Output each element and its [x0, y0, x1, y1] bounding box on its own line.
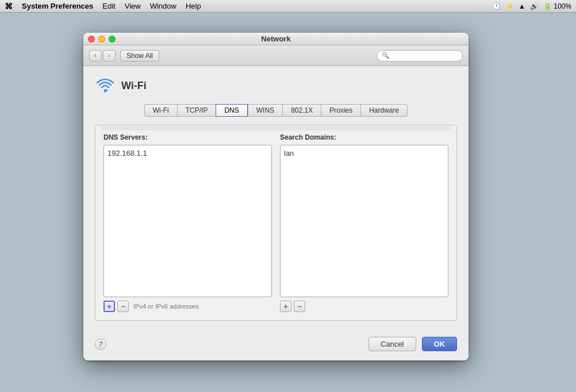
menu-edit[interactable]: Edit	[102, 2, 115, 10]
forward-button[interactable]: ›	[103, 50, 116, 62]
back-button[interactable]: ‹	[89, 50, 102, 62]
titlebar: Network	[83, 33, 469, 45]
footer-buttons: Cancel OK	[368, 337, 457, 351]
search-domains-controls: + −	[280, 301, 448, 312]
battery-status: 🔋 100%	[543, 2, 571, 10]
network-window: Network ‹ › Show All 🔍	[83, 33, 469, 360]
dns-server-entry[interactable]: 192.168.1.1	[107, 148, 268, 159]
app-name[interactable]: System Preferences	[22, 2, 93, 10]
help-button[interactable]: ?	[95, 339, 106, 350]
wifi-header: Wi-Fi	[95, 75, 457, 96]
wifi-label: Wi-Fi	[121, 80, 147, 92]
menubar: ⌘ System Preferences Edit View Window He…	[0, 0, 576, 13]
nav-buttons: ‹ ›	[89, 50, 116, 62]
cancel-button[interactable]: Cancel	[368, 337, 416, 351]
toolbar: ‹ › Show All 🔍	[83, 45, 469, 66]
content-area: Wi-Fi Wi-Fi TCP/IP DNS WINS 802.1X Proxi…	[83, 66, 469, 330]
ok-button[interactable]: OK	[422, 337, 458, 351]
menu-window[interactable]: Window	[150, 2, 176, 10]
wifi-icon	[95, 75, 116, 96]
tab-proxies[interactable]: Proxies	[321, 104, 360, 117]
svg-point-0	[104, 90, 107, 93]
tab-8021x[interactable]: 802.1X	[282, 104, 321, 117]
window-title: Network	[261, 34, 290, 43]
minimize-button[interactable]	[98, 36, 105, 43]
menubar-right: 🕐 ⚡ ▲ 🔊 🔋 100%	[492, 2, 571, 10]
dns-servers-list[interactable]: 192.168.1.1	[103, 145, 272, 297]
dns-hint: IPv4 or IPv6 addresses	[133, 303, 199, 310]
dns-servers-label: DNS Servers:	[103, 133, 272, 141]
wifi-status-icon: ▲	[519, 2, 525, 10]
search-domains-list[interactable]: lan	[280, 145, 448, 297]
search-domains-label: Search Domains:	[280, 133, 448, 141]
tabs-bar: Wi-Fi TCP/IP DNS WINS 802.1X Proxies Har…	[95, 104, 457, 117]
tab-wifi[interactable]: Wi-Fi	[144, 104, 177, 117]
tab-tcpip[interactable]: TCP/IP	[177, 104, 216, 117]
search-box[interactable]: 🔍	[377, 50, 463, 62]
maximize-button[interactable]	[109, 36, 116, 43]
remove-dns-server-button[interactable]: −	[117, 301, 129, 312]
bluetooth-icon: ⚡	[505, 2, 514, 10]
add-search-domain-button[interactable]: +	[280, 301, 291, 312]
apple-menu[interactable]: ⌘	[5, 2, 13, 11]
dns-servers-controls: + − IPv4 or IPv6 addresses	[103, 301, 272, 312]
tab-hardware[interactable]: Hardware	[360, 104, 408, 117]
add-dns-server-button[interactable]: +	[103, 301, 115, 312]
tab-wins[interactable]: WINS	[248, 104, 282, 117]
search-input[interactable]	[392, 52, 458, 59]
search-icon: 🔍	[382, 52, 390, 59]
dns-columns: DNS Servers: 192.168.1.1 + − IPv4 or IPv…	[103, 133, 448, 312]
tab-dns[interactable]: DNS	[216, 104, 247, 117]
close-button[interactable]	[88, 36, 95, 43]
menu-view[interactable]: View	[125, 2, 141, 10]
remove-search-domain-button[interactable]: −	[294, 301, 305, 312]
clock-icon: 🕐	[492, 2, 501, 10]
search-domain-entry[interactable]: lan	[284, 148, 444, 159]
dns-servers-col: DNS Servers: 192.168.1.1 + − IPv4 or IPv…	[103, 133, 272, 312]
dns-panel: DNS Servers: 192.168.1.1 + − IPv4 or IPv…	[95, 125, 457, 321]
traffic-lights	[88, 36, 116, 43]
footer: ? Cancel OK	[83, 330, 469, 360]
show-all-button[interactable]: Show All	[120, 50, 159, 62]
desktop: Network ‹ › Show All 🔍	[0, 13, 576, 392]
volume-icon: 🔊	[530, 2, 539, 10]
search-domains-col: Search Domains: lan + −	[280, 133, 448, 312]
menu-help[interactable]: Help	[186, 2, 201, 10]
